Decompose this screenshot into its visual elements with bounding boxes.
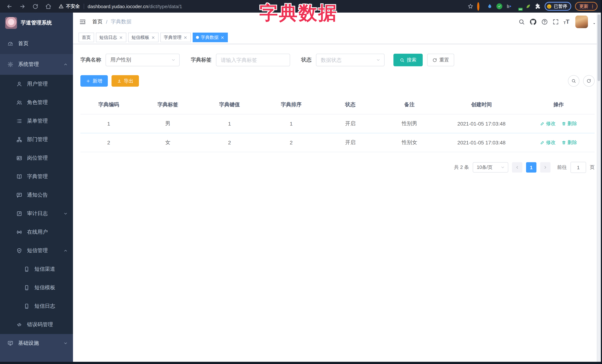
scrollbar-thumb[interactable] — [598, 14, 600, 81]
address-bar[interactable]: dashboard.yudao.iocoder.cn/dict/type/dat… — [88, 3, 182, 9]
caret-down-icon[interactable] — [592, 22, 596, 26]
prev-page-button[interactable] — [512, 162, 522, 173]
sidebar-item-online-users[interactable]: 在线用户 — [0, 223, 73, 241]
sidebar-item-roles[interactable]: 角色管理 — [0, 93, 73, 112]
home-icon[interactable] — [45, 3, 52, 10]
tab-sms-template[interactable]: 短信模板 — [128, 32, 159, 42]
dict-tag-label: 字典标签 — [191, 57, 212, 63]
tab-label: 短信日志 — [99, 34, 117, 41]
sidebar-item-posts[interactable]: 岗位管理 — [0, 149, 73, 167]
sidebar-item-system[interactable]: 系统管理 — [0, 54, 73, 75]
extension-adblock-icon[interactable] — [477, 3, 483, 9]
sidebar-item-audit-log[interactable]: 审计日志 — [0, 204, 73, 223]
user-icon — [16, 81, 22, 87]
extensions-puzzle-icon[interactable] — [535, 3, 541, 9]
sidebar-item-users[interactable]: 用户管理 — [0, 75, 73, 93]
back-icon[interactable] — [6, 3, 13, 10]
status-select[interactable] — [316, 54, 385, 66]
security-chip[interactable]: 不安全 — [59, 3, 80, 10]
dict-tag-input[interactable] — [220, 57, 286, 63]
sidebar-item-dict[interactable]: 字典管理 — [0, 167, 73, 186]
goto-page-input[interactable] — [571, 164, 586, 170]
edit-link[interactable]: 修改 — [540, 120, 556, 127]
add-button[interactable]: 新增 — [80, 75, 108, 87]
search-icon[interactable] — [518, 19, 525, 25]
dict-name-select[interactable] — [106, 54, 180, 66]
goto-page-box[interactable] — [570, 162, 586, 173]
browser-actions: on 已暂停 更新 — [468, 2, 599, 11]
sidebar-item-sms-log[interactable]: 短信日志 — [0, 297, 73, 315]
phone-icon — [24, 266, 30, 272]
next-page-button[interactable] — [540, 162, 550, 173]
edit-link[interactable]: 修改 — [540, 139, 556, 146]
page-size-select[interactable] — [473, 162, 508, 173]
sidebar-item-label: 在线用户 — [27, 229, 48, 236]
fullscreen-icon[interactable] — [552, 19, 559, 25]
export-button[interactable]: 导出 — [111, 75, 139, 87]
phone-icon — [24, 303, 30, 309]
page-number-1[interactable]: 1 — [526, 162, 537, 173]
status-value[interactable] — [320, 57, 374, 63]
help-icon[interactable] — [541, 19, 548, 25]
tab-dict-data[interactable]: 字典数据 — [193, 32, 228, 42]
dict-tag-input-box[interactable] — [216, 54, 290, 66]
tab-home[interactable]: 首页 — [78, 32, 94, 42]
profile-paused-chip[interactable]: 已暂停 — [545, 2, 571, 11]
security-label: 不安全 — [66, 3, 80, 10]
page-scrollbar[interactable] — [597, 13, 601, 362]
hamburger-icon[interactable] — [79, 18, 86, 26]
refresh-table-button[interactable] — [583, 75, 595, 87]
menu-list-icon — [16, 118, 22, 124]
sidebar-item-label: 菜单管理 — [27, 118, 48, 125]
pencil-icon — [540, 140, 545, 145]
refresh-icon — [432, 58, 437, 62]
font-size-icon[interactable]: TT — [563, 19, 570, 25]
toggle-search-button[interactable] — [568, 75, 580, 87]
extension-check-icon[interactable] — [496, 3, 502, 9]
reset-button[interactable]: 重置 — [427, 54, 454, 66]
extension-switch-icon[interactable]: on — [516, 3, 522, 9]
delete-link[interactable]: 删除 — [562, 139, 577, 146]
url-host: dashboard.yudao.iocoder.cn — [88, 3, 148, 9]
extension-drop-icon[interactable] — [487, 3, 493, 9]
page-size-value[interactable] — [476, 164, 498, 170]
online-signal-icon — [16, 229, 22, 235]
close-icon[interactable] — [119, 35, 123, 40]
chevron-up-icon — [63, 62, 68, 67]
close-icon[interactable] — [151, 35, 155, 40]
sidebar-item-menus[interactable]: 菜单管理 — [0, 112, 73, 130]
sidebar-item-infrastructure[interactable]: 基础设施 — [0, 334, 73, 353]
close-icon[interactable] — [220, 35, 225, 40]
sidebar-item-notice[interactable]: 通知公告 — [0, 186, 73, 204]
github-icon[interactable] — [529, 18, 537, 26]
url-path: /dict/type/data/1 — [148, 3, 182, 9]
org-tree-icon — [16, 137, 22, 143]
table-header-row: 字典编码 字典标签 字典键值 字典排序 状态 备注 创建时间 操作 — [80, 95, 595, 114]
refresh-icon[interactable] — [32, 3, 39, 10]
bookmark-star-icon[interactable] — [468, 3, 473, 9]
goto-label: 前往 — [557, 164, 567, 171]
reset-button-label: 重置 — [439, 57, 449, 63]
sidebar-item-sms-template[interactable]: 短信模板 — [0, 279, 73, 297]
sidebar-logo[interactable]: 芋道管理系统 — [0, 13, 73, 33]
sidebar-item-sms-channel[interactable]: 短信渠道 — [0, 260, 73, 279]
avatar[interactable] — [575, 16, 588, 28]
delete-link[interactable]: 删除 — [562, 120, 577, 127]
tab-sms-log[interactable]: 短信日志 — [96, 32, 126, 42]
extension-leaf-icon[interactable] — [525, 3, 531, 9]
breadcrumb: 首页 / 字典数据 — [92, 19, 131, 25]
browser-menu-update[interactable]: 更新 — [575, 2, 598, 11]
sidebar-item-home[interactable]: 首页 — [0, 33, 73, 54]
search-button[interactable]: 搜索 — [393, 54, 423, 66]
breadcrumb-home[interactable]: 首页 — [92, 19, 103, 25]
dict-name-value[interactable] — [110, 57, 169, 63]
tab-dict-manage[interactable]: 字典管理 — [161, 32, 191, 42]
warning-icon — [59, 4, 64, 9]
sidebar-item-error-codes[interactable]: 错误码管理 — [0, 315, 73, 334]
forward-icon[interactable] — [19, 3, 26, 10]
sidebar-item-sms[interactable]: 短信管理 — [0, 241, 73, 260]
extension-bars-icon[interactable] — [506, 3, 512, 9]
close-icon[interactable] — [183, 35, 187, 40]
cell-sort: 2 — [260, 133, 322, 152]
sidebar-item-depts[interactable]: 部门管理 — [0, 130, 73, 149]
